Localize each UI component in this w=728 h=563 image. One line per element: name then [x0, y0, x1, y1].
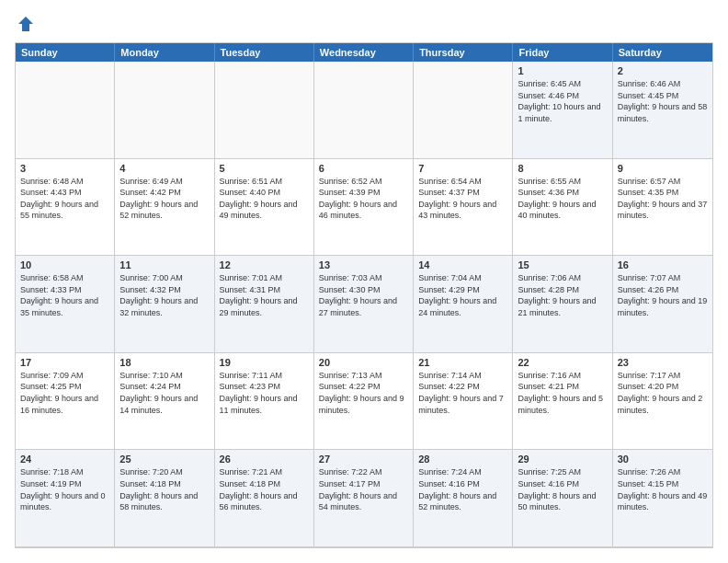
- cell-info: Sunrise: 7:11 AM Sunset: 4:23 PM Dayligh…: [220, 370, 309, 416]
- cell-info: Sunrise: 7:17 AM Sunset: 4:20 PM Dayligh…: [618, 370, 708, 416]
- calendar-cell: 19Sunrise: 7:11 AM Sunset: 4:23 PM Dayli…: [215, 353, 314, 451]
- day-number: 1: [518, 65, 607, 76]
- page: SundayMondayTuesdayWednesdayThursdayFrid…: [0, 0, 728, 563]
- weekday-header: Wednesday: [314, 43, 414, 62]
- calendar-cell: 21Sunrise: 7:14 AM Sunset: 4:22 PM Dayli…: [414, 353, 513, 451]
- day-number: 10: [20, 259, 109, 270]
- calendar-cell: 11Sunrise: 7:00 AM Sunset: 4:32 PM Dayli…: [115, 256, 214, 353]
- day-number: 22: [518, 357, 607, 368]
- cell-info: Sunrise: 6:57 AM Sunset: 4:35 PM Dayligh…: [618, 176, 708, 222]
- calendar-cell: 17Sunrise: 7:09 AM Sunset: 4:25 PM Dayli…: [16, 353, 115, 451]
- cell-info: Sunrise: 7:25 AM Sunset: 4:16 PM Dayligh…: [518, 466, 607, 512]
- day-number: 15: [518, 259, 607, 270]
- cell-info: Sunrise: 7:04 AM Sunset: 4:29 PM Dayligh…: [418, 272, 507, 318]
- day-number: 24: [20, 454, 109, 465]
- calendar-cell: 20Sunrise: 7:13 AM Sunset: 4:22 PM Dayli…: [314, 353, 414, 451]
- cell-info: Sunrise: 6:55 AM Sunset: 4:36 PM Dayligh…: [518, 176, 607, 222]
- calendar-cell: [215, 62, 314, 159]
- calendar-cell: 13Sunrise: 7:03 AM Sunset: 4:30 PM Dayli…: [314, 256, 414, 353]
- cell-info: Sunrise: 7:26 AM Sunset: 4:15 PM Dayligh…: [618, 466, 708, 512]
- weekday-header: Thursday: [414, 43, 513, 62]
- day-number: 25: [119, 454, 209, 465]
- day-number: 21: [418, 357, 507, 368]
- day-number: 12: [220, 259, 309, 270]
- calendar-cell: 25Sunrise: 7:20 AM Sunset: 4:18 PM Dayli…: [115, 450, 214, 547]
- day-number: 6: [319, 163, 408, 174]
- calendar-cell: [115, 62, 214, 159]
- calendar-cell: 6Sunrise: 6:52 AM Sunset: 4:39 PM Daylig…: [314, 159, 414, 257]
- cell-info: Sunrise: 7:14 AM Sunset: 4:22 PM Dayligh…: [418, 370, 507, 416]
- cell-info: Sunrise: 7:13 AM Sunset: 4:22 PM Dayligh…: [319, 370, 408, 416]
- calendar-cell: 1Sunrise: 6:45 AM Sunset: 4:46 PM Daylig…: [513, 62, 612, 159]
- day-number: 20: [319, 357, 408, 368]
- day-number: 11: [119, 259, 209, 270]
- cell-info: Sunrise: 6:51 AM Sunset: 4:40 PM Dayligh…: [220, 176, 309, 222]
- header: [15, 15, 713, 33]
- day-number: 29: [518, 454, 607, 465]
- day-number: 23: [618, 357, 708, 368]
- day-number: 27: [319, 454, 408, 465]
- cell-info: Sunrise: 7:03 AM Sunset: 4:30 PM Dayligh…: [319, 272, 408, 318]
- cell-info: Sunrise: 7:01 AM Sunset: 4:31 PM Dayligh…: [220, 272, 309, 318]
- calendar: SundayMondayTuesdayWednesdayThursdayFrid…: [15, 42, 713, 548]
- calendar-cell: 12Sunrise: 7:01 AM Sunset: 4:31 PM Dayli…: [215, 256, 314, 353]
- calendar-cell: 15Sunrise: 7:06 AM Sunset: 4:28 PM Dayli…: [513, 256, 612, 353]
- cell-info: Sunrise: 7:07 AM Sunset: 4:26 PM Dayligh…: [618, 272, 708, 318]
- day-number: 30: [618, 454, 708, 465]
- day-number: 4: [119, 163, 209, 174]
- cell-info: Sunrise: 7:09 AM Sunset: 4:25 PM Dayligh…: [20, 370, 109, 416]
- day-number: 18: [119, 357, 209, 368]
- calendar-cell: 9Sunrise: 6:57 AM Sunset: 4:35 PM Daylig…: [613, 159, 712, 257]
- calendar-cell: 29Sunrise: 7:25 AM Sunset: 4:16 PM Dayli…: [513, 450, 612, 547]
- calendar-cell: 23Sunrise: 7:17 AM Sunset: 4:20 PM Dayli…: [613, 353, 712, 451]
- calendar-cell: [414, 62, 513, 159]
- day-number: 19: [220, 357, 309, 368]
- day-number: 17: [20, 357, 109, 368]
- calendar-cell: 10Sunrise: 6:58 AM Sunset: 4:33 PM Dayli…: [16, 256, 115, 353]
- logo-icon: [17, 15, 35, 33]
- calendar-cell: 27Sunrise: 7:22 AM Sunset: 4:17 PM Dayli…: [314, 450, 414, 547]
- day-number: 7: [418, 163, 507, 174]
- cell-info: Sunrise: 6:48 AM Sunset: 4:43 PM Dayligh…: [20, 176, 109, 222]
- calendar-cell: 18Sunrise: 7:10 AM Sunset: 4:24 PM Dayli…: [115, 353, 214, 451]
- day-number: 3: [20, 163, 109, 174]
- day-number: 2: [618, 65, 708, 76]
- cell-info: Sunrise: 7:10 AM Sunset: 4:24 PM Dayligh…: [119, 370, 209, 416]
- calendar-cell: 30Sunrise: 7:26 AM Sunset: 4:15 PM Dayli…: [613, 450, 712, 547]
- cell-info: Sunrise: 6:45 AM Sunset: 4:46 PM Dayligh…: [518, 78, 607, 124]
- day-number: 26: [220, 454, 309, 465]
- calendar-cell: 16Sunrise: 7:07 AM Sunset: 4:26 PM Dayli…: [613, 256, 712, 353]
- day-number: 13: [319, 259, 408, 270]
- calendar-cell: 24Sunrise: 7:18 AM Sunset: 4:19 PM Dayli…: [16, 450, 115, 547]
- calendar-cell: 7Sunrise: 6:54 AM Sunset: 4:37 PM Daylig…: [414, 159, 513, 257]
- cell-info: Sunrise: 6:54 AM Sunset: 4:37 PM Dayligh…: [418, 176, 507, 222]
- cell-info: Sunrise: 7:24 AM Sunset: 4:16 PM Dayligh…: [418, 466, 507, 512]
- day-number: 28: [418, 454, 507, 465]
- calendar-cell: 28Sunrise: 7:24 AM Sunset: 4:16 PM Dayli…: [414, 450, 513, 547]
- calendar-cell: 4Sunrise: 6:49 AM Sunset: 4:42 PM Daylig…: [115, 159, 214, 257]
- cell-info: Sunrise: 7:20 AM Sunset: 4:18 PM Dayligh…: [119, 466, 209, 512]
- cell-info: Sunrise: 7:22 AM Sunset: 4:17 PM Dayligh…: [319, 466, 408, 512]
- day-number: 5: [220, 163, 309, 174]
- cell-info: Sunrise: 6:46 AM Sunset: 4:45 PM Dayligh…: [618, 78, 708, 124]
- calendar-cell: 14Sunrise: 7:04 AM Sunset: 4:29 PM Dayli…: [414, 256, 513, 353]
- day-number: 14: [418, 259, 507, 270]
- weekday-header: Tuesday: [215, 43, 314, 62]
- calendar-cell: 22Sunrise: 7:16 AM Sunset: 4:21 PM Dayli…: [513, 353, 612, 451]
- cell-info: Sunrise: 7:16 AM Sunset: 4:21 PM Dayligh…: [518, 370, 607, 416]
- calendar-header: SundayMondayTuesdayWednesdayThursdayFrid…: [16, 43, 712, 62]
- logo: [15, 15, 35, 33]
- cell-info: Sunrise: 7:06 AM Sunset: 4:28 PM Dayligh…: [518, 272, 607, 318]
- weekday-header: Monday: [115, 43, 214, 62]
- calendar-cell: [16, 62, 115, 159]
- calendar-cell: 26Sunrise: 7:21 AM Sunset: 4:18 PM Dayli…: [215, 450, 314, 547]
- svg-marker-0: [18, 17, 33, 31]
- day-number: 16: [618, 259, 708, 270]
- calendar-cell: 5Sunrise: 6:51 AM Sunset: 4:40 PM Daylig…: [215, 159, 314, 257]
- cell-info: Sunrise: 7:00 AM Sunset: 4:32 PM Dayligh…: [119, 272, 209, 318]
- cell-info: Sunrise: 7:18 AM Sunset: 4:19 PM Dayligh…: [20, 466, 109, 512]
- cell-info: Sunrise: 7:21 AM Sunset: 4:18 PM Dayligh…: [220, 466, 309, 512]
- cell-info: Sunrise: 6:52 AM Sunset: 4:39 PM Dayligh…: [319, 176, 408, 222]
- calendar-cell: 2Sunrise: 6:46 AM Sunset: 4:45 PM Daylig…: [613, 62, 712, 159]
- calendar-cell: 3Sunrise: 6:48 AM Sunset: 4:43 PM Daylig…: [16, 159, 115, 257]
